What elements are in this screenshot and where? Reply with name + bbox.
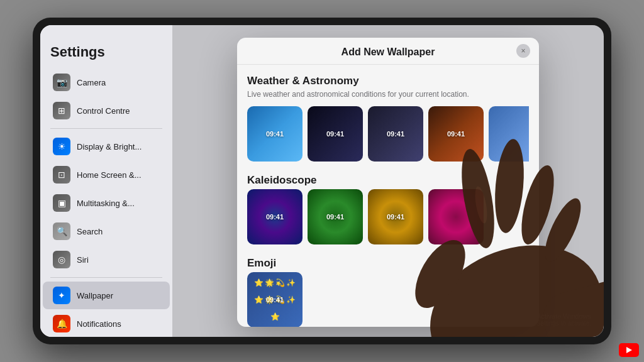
wallpaper-w1-time: 09:41 (266, 130, 284, 138)
wallpaper-w1[interactable]: 09:41 (247, 106, 303, 162)
emoji-decoration: ⭐ (254, 295, 264, 304)
wallpaper-w5[interactable] (489, 106, 529, 162)
youtube-badge (619, 343, 639, 357)
emoji-decoration: 💫 (275, 278, 285, 287)
emoji-decoration: ✨ (286, 295, 296, 304)
sidebar-item-home-screen[interactable]: ⊡Home Screen &... (43, 161, 170, 189)
search-label: Search (77, 227, 103, 236)
sidebar-item-notifications[interactable]: 🔔Notifications (43, 310, 170, 337)
section-emoji: Emoji09:41⭐🌟💫✨⭐🌟💫✨⭐ (247, 257, 529, 327)
modal-title: Add New Wallpaper (341, 47, 435, 58)
multitasking-label: Multitasking &... (77, 199, 135, 208)
wallpaper-e1[interactable]: 09:41⭐🌟💫✨⭐🌟💫✨⭐ (247, 272, 303, 327)
sidebar-item-control-centre[interactable]: ⊞Control Centre (43, 97, 170, 124)
home-screen-icon: ⊡ (53, 166, 70, 184)
siri-icon: ◎ (53, 251, 70, 268)
sidebar-divider (50, 128, 162, 129)
sidebar-item-camera[interactable]: 📷Camera (43, 69, 170, 96)
section-weather-title: Weather & Astronomy (247, 75, 529, 87)
wallpaper-k2-time: 09:41 (326, 213, 344, 221)
section-weather-grid: 09:4109:4109:4109:41 (247, 106, 529, 162)
wallpaper-k1[interactable]: 09:41 (247, 189, 303, 244)
control-centre-icon: ⊞ (53, 102, 70, 119)
section-weather-subtitle: Live weather and astronomical conditions… (247, 90, 529, 99)
section-emoji-grid: 09:41⭐🌟💫✨⭐🌟💫✨⭐ (247, 272, 529, 327)
tablet-screen: Settings 📷Camera⊞Control Centre☀Display … (40, 25, 604, 337)
control-centre-label: Control Centre (77, 106, 130, 116)
wallpaper-icon: ✦ (53, 287, 70, 304)
sidebar-item-display-bright[interactable]: ☀Display & Bright... (43, 133, 170, 160)
windows-activate-banner: Activate Windows Go to Settings to activ… (519, 312, 591, 327)
modal-header: Add New Wallpaper × (237, 38, 539, 65)
wallpaper-w2[interactable]: 09:41 (308, 106, 363, 162)
wallpaper-k3-time: 09:41 (387, 213, 404, 221)
wallpaper-k3[interactable]: 09:41 (368, 189, 423, 244)
notifications-icon: 🔔 (53, 315, 70, 332)
wallpaper-k4[interactable] (428, 189, 484, 244)
sidebar-item-wallpaper[interactable]: ✦Wallpaper (43, 282, 170, 309)
windows-activate-subtitle: Go to Settings to activate. (519, 320, 591, 327)
camera-icon: 📷 (53, 74, 70, 91)
sidebar: Settings 📷Camera⊞Control Centre☀Display … (40, 25, 172, 337)
section-weather: Weather & AstronomyLive weather and astr… (247, 75, 529, 162)
settings-title: Settings (40, 44, 172, 68)
wallpaper-w3-time: 09:41 (387, 130, 404, 138)
modal-body: Weather & AstronomyLive weather and astr… (237, 65, 539, 327)
emoji-decoration: ⭐ (270, 312, 280, 321)
display-bright-icon: ☀ (53, 138, 70, 155)
section-emoji-title: Emoji (247, 257, 529, 270)
wallpaper-w4[interactable]: 09:41 (428, 106, 484, 162)
sidebar-item-siri[interactable]: ◎Siri (43, 246, 170, 273)
search-icon: 🔍 (53, 222, 70, 240)
sidebar-divider (50, 277, 162, 278)
multitasking-icon: ▣ (53, 194, 70, 212)
wallpaper-k1-time: 09:41 (266, 213, 284, 221)
youtube-play-icon (626, 347, 632, 353)
wallpaper-w4-time: 09:41 (447, 130, 465, 138)
main-content: Add New Wallpaper × Weather & AstronomyL… (172, 25, 604, 337)
sidebar-item-multitasking[interactable]: ▣Multitasking &... (43, 189, 170, 217)
section-kaleidoscope-title: Kaleidoscope (247, 174, 529, 187)
emoji-decoration: ✨ (286, 278, 296, 287)
wallpaper-k2[interactable]: 09:41 (308, 189, 363, 244)
camera-label: Camera (77, 78, 106, 87)
emoji-decoration: 🌟 (265, 278, 274, 287)
siri-label: Siri (77, 255, 89, 265)
section-kaleidoscope: Kaleidoscope09:4109:4109:41 (247, 174, 529, 244)
tablet-frame: Settings 📷Camera⊞Control Centre☀Display … (33, 18, 611, 344)
emoji-decoration: ⭐ (254, 278, 264, 287)
home-screen-label: Home Screen &... (77, 170, 142, 180)
wallpaper-w3[interactable]: 09:41 (368, 106, 423, 162)
wallpaper-e1-time: 09:41 (266, 296, 284, 304)
section-kaleidoscope-grid: 09:4109:4109:41 (247, 189, 529, 244)
display-bright-label: Display & Bright... (77, 142, 142, 151)
windows-activate-title: Activate Windows (519, 312, 591, 320)
notifications-label: Notifications (77, 319, 121, 329)
modal-close-button[interactable]: × (516, 44, 530, 58)
wallpaper-w2-time: 09:41 (326, 130, 344, 138)
modal-overlay: Add New Wallpaper × Weather & AstronomyL… (172, 25, 604, 337)
sidebar-item-search[interactable]: 🔍Search (43, 217, 170, 245)
wallpaper-label: Wallpaper (77, 291, 113, 300)
add-wallpaper-modal: Add New Wallpaper × Weather & AstronomyL… (237, 38, 539, 327)
